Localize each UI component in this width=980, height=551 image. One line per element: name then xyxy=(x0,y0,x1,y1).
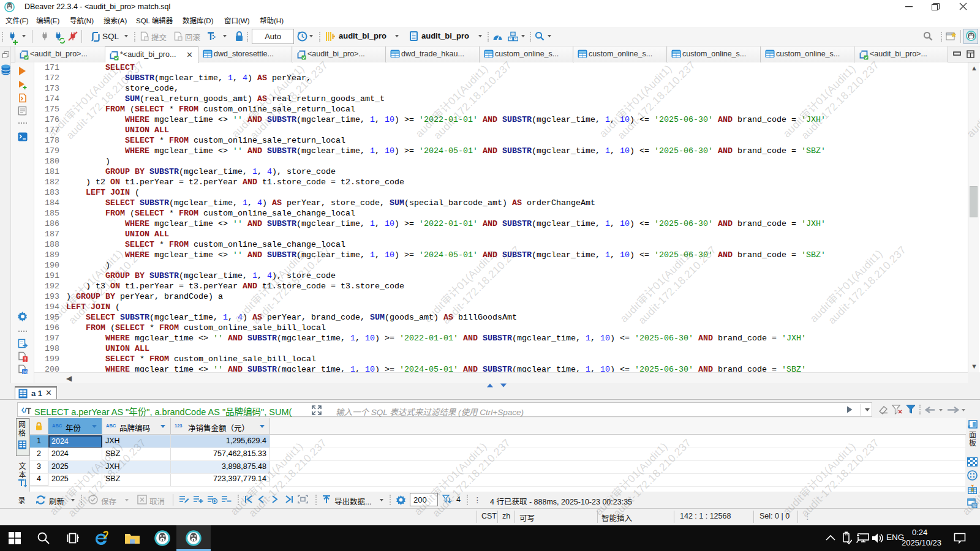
svg-text:(x): (x) xyxy=(23,370,28,375)
